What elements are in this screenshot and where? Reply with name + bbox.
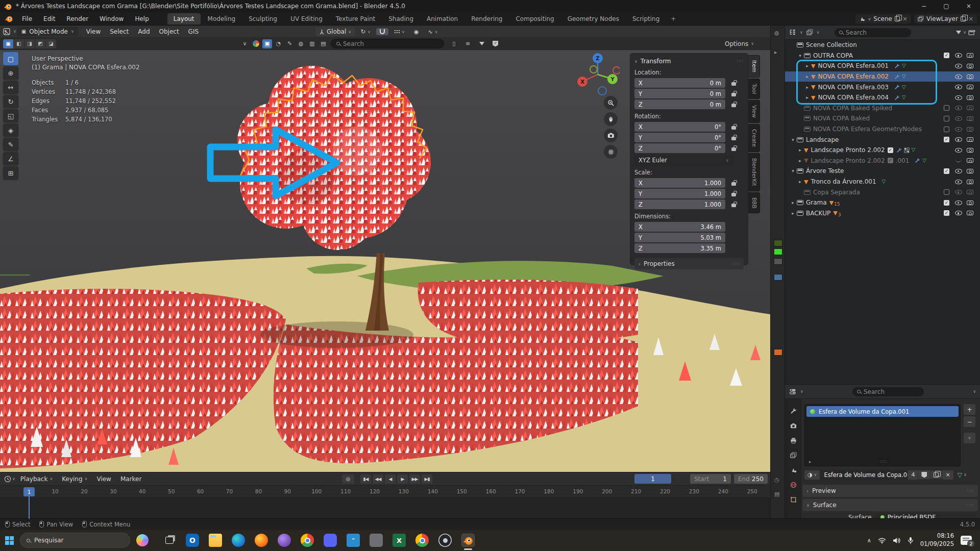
- view-layer-tab[interactable]: [788, 450, 799, 460]
- hide-eye-icon[interactable]: [955, 95, 962, 100]
- strip-folder-icon[interactable]: ▤: [774, 491, 779, 497]
- timeline-menu-playback[interactable]: Playback∨: [16, 474, 57, 484]
- outliner-search-input[interactable]: Search: [835, 28, 911, 37]
- hide-eye-icon[interactable]: [955, 137, 962, 142]
- expander-icon[interactable]: ▸: [803, 74, 811, 79]
- hide-eye-icon[interactable]: [955, 127, 962, 132]
- exclude-checkbox[interactable]: ✓: [944, 168, 949, 174]
- expander-icon[interactable]: ▸: [796, 179, 804, 184]
- outliner-row[interactable]: ▾Landscape✓: [785, 134, 980, 145]
- tab-sculpting[interactable]: Sculpting: [242, 13, 283, 24]
- pan-button[interactable]: [604, 112, 618, 126]
- copilot-icon[interactable]: [136, 534, 149, 546]
- minimize-button[interactable]: −: [913, 0, 935, 12]
- perspective-toggle-button[interactable]: [604, 145, 618, 159]
- disable-render-icon[interactable]: [967, 127, 973, 132]
- taskbar-search-input[interactable]: Pesquisar: [20, 533, 130, 548]
- hide-eye-icon[interactable]: [955, 74, 962, 79]
- exclude-checkbox[interactable]: [944, 189, 949, 195]
- zoom-button[interactable]: [604, 96, 618, 110]
- exclude-checkbox[interactable]: [944, 127, 949, 132]
- fake-user-button[interactable]: [918, 470, 930, 479]
- mode-dropdown[interactable]: ▣ Object Mode ∨: [17, 27, 78, 36]
- world-tab[interactable]: [788, 480, 799, 489]
- taskbar-app-vscode[interactable]: ⌃: [347, 534, 360, 547]
- remove-slot-button[interactable]: −: [964, 416, 975, 427]
- hide-eye-icon[interactable]: [955, 106, 962, 110]
- add-workspace-button[interactable]: +: [667, 13, 680, 24]
- proportional-falloff-dropdown[interactable]: ∿∨: [425, 28, 442, 36]
- viewlayer-selector[interactable]: ViewLayer ×: [914, 14, 977, 23]
- tab-shading[interactable]: Shading: [382, 13, 420, 24]
- tray-chevron-icon[interactable]: ∧: [867, 537, 871, 544]
- navigation-gizmo[interactable]: Z X Y: [576, 52, 620, 96]
- hide-eye-icon[interactable]: [955, 180, 962, 184]
- expander-icon[interactable]: ▸: [796, 158, 804, 163]
- exclude-checkbox[interactable]: [944, 116, 949, 121]
- globe-icon[interactable]: ◍: [296, 39, 306, 48]
- expander-icon[interactable]: ▸: [796, 147, 804, 153]
- sidebar-tab-view[interactable]: View: [748, 100, 760, 123]
- hide-eye-icon[interactable]: [955, 159, 962, 162]
- disable-render-icon[interactable]: [967, 169, 973, 173]
- outliner-row[interactable]: ▸▼NOVA COPA Esfera.001▽: [785, 61, 980, 71]
- unlink-scene-icon[interactable]: ×: [902, 15, 908, 22]
- outliner-row[interactable]: ▸▼NOVA COPA Esfera.003▽: [785, 82, 980, 92]
- expander-icon[interactable]: ▾: [789, 137, 797, 142]
- frame-end-field[interactable]: End 250: [734, 474, 768, 484]
- lock-icon[interactable]: [731, 126, 736, 130]
- editor-type-icon[interactable]: [4, 475, 11, 483]
- sidebar-tab-bbb[interactable]: BBB: [748, 192, 760, 214]
- shield-check-icon[interactable]: ✓: [491, 39, 500, 48]
- sidebar-tab-blenderkit[interactable]: BlenderKit: [748, 153, 760, 191]
- disable-render-icon[interactable]: [967, 137, 973, 142]
- proportional-editing-toggle[interactable]: ◉: [410, 28, 423, 36]
- lock-icon[interactable]: [731, 93, 736, 96]
- viewport-menu-add[interactable]: Add: [134, 27, 154, 37]
- transform-field-z[interactable]: Z0 m: [634, 99, 725, 109]
- lock-icon[interactable]: [731, 204, 736, 207]
- menu-help[interactable]: Help: [130, 14, 154, 24]
- exclude-checkbox[interactable]: ✓: [944, 200, 949, 206]
- slot-expand-icon[interactable]: ▸: [809, 459, 812, 464]
- outliner-row[interactable]: ▾Árvore Teste✓: [785, 166, 980, 177]
- select-mode-lasso[interactable]: ◩: [35, 39, 45, 48]
- lock-icon[interactable]: [731, 193, 736, 196]
- tool-dropdown-caret[interactable]: ∨: [240, 39, 250, 48]
- rotate-tool[interactable]: ↻: [3, 95, 18, 108]
- tab-modeling[interactable]: Modeling: [202, 13, 242, 24]
- color-swatch-gray[interactable]: [774, 258, 782, 265]
- transform-field-y[interactable]: Y0 m: [634, 89, 725, 98]
- taskbar-clock[interactable]: 08:16 01/09/2025: [920, 532, 954, 548]
- outliner-row[interactable]: NOVA COPA Baked: [785, 113, 980, 124]
- jump-to-start[interactable]: ▮◀: [360, 474, 371, 484]
- select-mode-circle[interactable]: ◨: [24, 39, 35, 48]
- taskbar-app-task-view[interactable]: [163, 534, 176, 547]
- microphone-icon[interactable]: [908, 537, 914, 544]
- disable-render-icon[interactable]: [967, 106, 973, 110]
- lock-icon[interactable]: [731, 104, 736, 107]
- slot-specials-button[interactable]: ∨: [964, 433, 975, 443]
- jump-prev-keyframe[interactable]: ◀◀: [373, 474, 383, 484]
- hide-eye-icon[interactable]: [955, 116, 962, 121]
- playhead-line[interactable]: [29, 496, 30, 519]
- new-scene-icon[interactable]: [895, 16, 900, 21]
- disable-render-icon[interactable]: [967, 148, 973, 153]
- annotate-tool[interactable]: ✎: [3, 138, 18, 151]
- tool-tab[interactable]: [788, 406, 799, 415]
- play-reverse[interactable]: ◀: [385, 474, 396, 484]
- tab-rendering[interactable]: Rendering: [465, 13, 508, 24]
- camera-view-button[interactable]: [604, 129, 618, 142]
- scene-tab[interactable]: [788, 465, 799, 474]
- taskbar-app-app-gray[interactable]: [370, 534, 383, 547]
- outliner-row[interactable]: ▸▼Landscape Pronto 2.002✓.001▽: [785, 156, 980, 166]
- filter-funnel-icon[interactable]: [477, 39, 486, 48]
- expander-icon[interactable]: ▸: [789, 211, 797, 216]
- disable-render-icon[interactable]: [967, 180, 973, 184]
- list-icon[interactable]: ≡: [463, 39, 473, 48]
- tab-texture-paint[interactable]: Texture Paint: [330, 13, 381, 24]
- maximize-button[interactable]: ▢: [935, 0, 958, 12]
- outliner-row[interactable]: Copa Separada: [785, 187, 980, 197]
- hide-eye-icon[interactable]: [955, 53, 962, 58]
- outliner-row[interactable]: NOVA COPA Baked Spiked: [785, 103, 980, 114]
